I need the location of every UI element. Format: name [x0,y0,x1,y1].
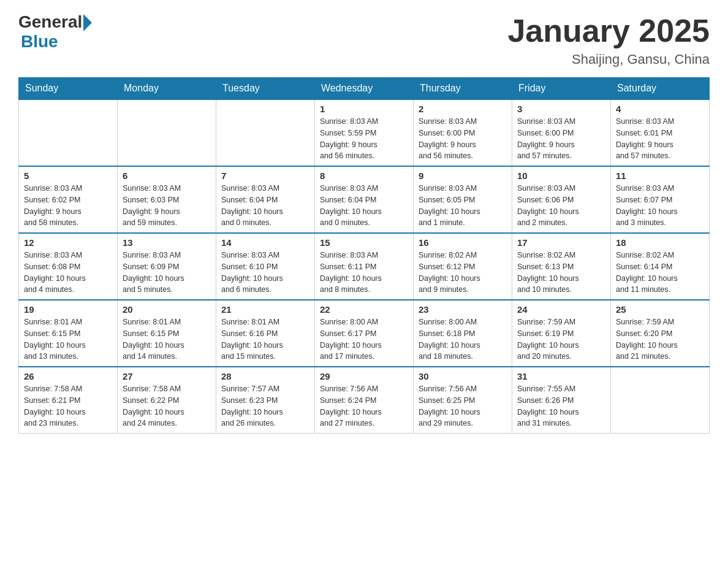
day-number: 20 [123,304,211,315]
main-title: January 2025 [507,12,710,49]
day-info: Sunrise: 7:56 AMSunset: 6:24 PMDaylight:… [320,383,408,429]
day-info: Sunrise: 8:03 AMSunset: 6:09 PMDaylight:… [123,250,211,296]
calendar-table: SundayMondayTuesdayWednesdayThursdayFrid… [18,77,710,434]
column-header-wednesday: Wednesday [315,78,414,100]
day-number: 22 [320,304,408,315]
day-number: 12 [24,237,112,248]
day-info: Sunrise: 8:03 AMSunset: 5:59 PMDaylight:… [320,116,408,162]
day-info: Sunrise: 8:03 AMSunset: 6:03 PMDaylight:… [123,183,211,229]
day-number: 17 [517,237,605,248]
column-header-sunday: Sunday [19,78,118,100]
calendar-cell [19,99,118,166]
calendar-cell: 31Sunrise: 7:55 AMSunset: 6:26 PMDayligh… [512,367,611,434]
day-info: Sunrise: 8:03 AMSunset: 6:11 PMDaylight:… [320,250,408,296]
calendar-cell: 19Sunrise: 8:01 AMSunset: 6:15 PMDayligh… [19,300,118,367]
calendar-cell: 30Sunrise: 7:56 AMSunset: 6:25 PMDayligh… [414,367,512,434]
logo: General Blue [18,12,92,52]
day-info: Sunrise: 7:59 AMSunset: 6:19 PMDaylight:… [517,316,605,362]
day-number: 21 [221,304,309,315]
calendar-cell: 16Sunrise: 8:02 AMSunset: 6:12 PMDayligh… [414,233,512,300]
day-info: Sunrise: 8:03 AMSunset: 6:02 PMDaylight:… [24,183,112,229]
day-info: Sunrise: 8:03 AMSunset: 6:04 PMDaylight:… [320,183,408,229]
day-number: 8 [320,170,408,181]
day-info: Sunrise: 8:00 AMSunset: 6:18 PMDaylight:… [419,316,507,362]
day-number: 15 [320,237,408,248]
calendar-cell: 25Sunrise: 7:59 AMSunset: 6:20 PMDayligh… [611,300,710,367]
calendar-cell: 26Sunrise: 7:58 AMSunset: 6:21 PMDayligh… [19,367,118,434]
calendar-cell: 20Sunrise: 8:01 AMSunset: 6:15 PMDayligh… [118,300,216,367]
day-number: 29 [320,371,408,381]
day-number: 11 [616,170,704,181]
calendar-cell: 13Sunrise: 8:03 AMSunset: 6:09 PMDayligh… [118,233,216,300]
day-info: Sunrise: 8:03 AMSunset: 6:06 PMDaylight:… [517,183,605,229]
calendar-cell: 7Sunrise: 8:03 AMSunset: 6:04 PMDaylight… [216,166,315,233]
day-number: 10 [517,170,605,181]
week-row-1: 1Sunrise: 8:03 AMSunset: 5:59 PMDaylight… [19,99,710,166]
column-header-friday: Friday [512,78,611,100]
column-header-tuesday: Tuesday [216,78,315,100]
day-number: 19 [24,304,112,315]
day-number: 6 [123,170,211,181]
day-info: Sunrise: 7:58 AMSunset: 6:21 PMDaylight:… [24,383,112,429]
calendar-cell: 14Sunrise: 8:03 AMSunset: 6:10 PMDayligh… [216,233,315,300]
calendar-cell: 24Sunrise: 7:59 AMSunset: 6:19 PMDayligh… [512,300,611,367]
day-info: Sunrise: 8:03 AMSunset: 6:04 PMDaylight:… [221,183,309,229]
day-info: Sunrise: 8:03 AMSunset: 6:10 PMDaylight:… [221,250,309,296]
calendar-header-row: SundayMondayTuesdayWednesdayThursdayFrid… [19,78,710,100]
calendar-cell: 9Sunrise: 8:03 AMSunset: 6:05 PMDaylight… [414,166,512,233]
day-number: 7 [221,170,309,181]
day-number: 28 [221,371,309,381]
week-row-2: 5Sunrise: 8:03 AMSunset: 6:02 PMDaylight… [19,166,710,233]
day-number: 9 [419,170,507,181]
day-info: Sunrise: 8:03 AMSunset: 6:08 PMDaylight:… [24,250,112,296]
day-info: Sunrise: 7:59 AMSunset: 6:20 PMDaylight:… [616,316,704,362]
calendar-cell: 18Sunrise: 8:02 AMSunset: 6:14 PMDayligh… [611,233,710,300]
week-row-4: 19Sunrise: 8:01 AMSunset: 6:15 PMDayligh… [19,300,710,367]
day-number: 3 [517,104,605,114]
calendar-cell: 8Sunrise: 8:03 AMSunset: 6:04 PMDaylight… [315,166,414,233]
day-info: Sunrise: 8:01 AMSunset: 6:15 PMDaylight:… [123,316,211,362]
week-row-3: 12Sunrise: 8:03 AMSunset: 6:08 PMDayligh… [19,233,710,300]
day-info: Sunrise: 8:01 AMSunset: 6:15 PMDaylight:… [24,316,112,362]
day-number: 13 [123,237,211,248]
calendar-cell [611,367,710,434]
calendar-cell: 11Sunrise: 8:03 AMSunset: 6:07 PMDayligh… [611,166,710,233]
day-info: Sunrise: 7:57 AMSunset: 6:23 PMDaylight:… [221,383,309,429]
day-number: 23 [419,304,507,315]
day-info: Sunrise: 8:03 AMSunset: 6:00 PMDaylight:… [419,116,507,162]
calendar-cell: 4Sunrise: 8:03 AMSunset: 6:01 PMDaylight… [611,99,710,166]
calendar-cell: 29Sunrise: 7:56 AMSunset: 6:24 PMDayligh… [315,367,414,434]
week-row-5: 26Sunrise: 7:58 AMSunset: 6:21 PMDayligh… [19,367,710,434]
day-info: Sunrise: 8:02 AMSunset: 6:13 PMDaylight:… [517,250,605,296]
day-info: Sunrise: 8:02 AMSunset: 6:12 PMDaylight:… [419,250,507,296]
day-number: 14 [221,237,309,248]
page-header: General Blue January 2025 Shaijing, Gans… [18,12,710,67]
day-number: 24 [517,304,605,315]
day-number: 18 [616,237,704,248]
calendar-cell: 2Sunrise: 8:03 AMSunset: 6:00 PMDaylight… [414,99,512,166]
calendar-cell: 17Sunrise: 8:02 AMSunset: 6:13 PMDayligh… [512,233,611,300]
day-info: Sunrise: 8:01 AMSunset: 6:16 PMDaylight:… [221,316,309,362]
day-info: Sunrise: 8:03 AMSunset: 6:00 PMDaylight:… [517,116,605,162]
calendar-cell: 23Sunrise: 8:00 AMSunset: 6:18 PMDayligh… [414,300,512,367]
calendar-cell: 3Sunrise: 8:03 AMSunset: 6:00 PMDaylight… [512,99,611,166]
calendar-cell: 28Sunrise: 7:57 AMSunset: 6:23 PMDayligh… [216,367,315,434]
calendar-cell: 5Sunrise: 8:03 AMSunset: 6:02 PMDaylight… [19,166,118,233]
day-info: Sunrise: 8:02 AMSunset: 6:14 PMDaylight:… [616,250,704,296]
day-number: 25 [616,304,704,315]
calendar-cell: 6Sunrise: 8:03 AMSunset: 6:03 PMDaylight… [118,166,216,233]
logo-general-text: General [18,12,82,32]
day-info: Sunrise: 8:03 AMSunset: 6:01 PMDaylight:… [616,116,704,162]
logo-triangle-icon [83,14,92,31]
day-info: Sunrise: 7:55 AMSunset: 6:26 PMDaylight:… [517,383,605,429]
day-number: 26 [24,371,112,381]
subtitle: Shaijing, Gansu, China [507,52,710,67]
column-header-monday: Monday [118,78,216,100]
day-number: 30 [419,371,507,381]
day-number: 27 [123,371,211,381]
day-number: 2 [419,104,507,114]
day-info: Sunrise: 7:58 AMSunset: 6:22 PMDaylight:… [123,383,211,429]
day-info: Sunrise: 8:00 AMSunset: 6:17 PMDaylight:… [320,316,408,362]
day-number: 1 [320,104,408,114]
calendar-cell: 1Sunrise: 8:03 AMSunset: 5:59 PMDaylight… [315,99,414,166]
